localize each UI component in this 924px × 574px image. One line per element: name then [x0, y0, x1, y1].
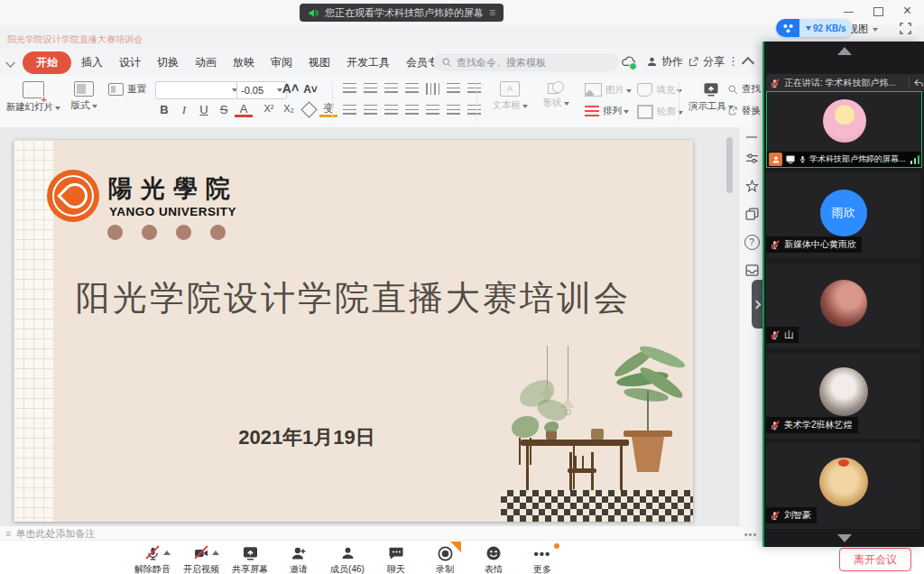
- bullet-list-icon[interactable]: [343, 83, 356, 95]
- find-button[interactable]: 查找: [727, 83, 761, 96]
- decrease-font-icon[interactable]: A˅: [301, 83, 319, 96]
- font-size-select[interactable]: -0.05: [236, 81, 287, 99]
- banner-menu-icon[interactable]: [489, 6, 495, 19]
- tab-transition[interactable]: 切换: [149, 51, 187, 74]
- invite-button[interactable]: 邀请: [274, 542, 323, 574]
- view-menu[interactable]: 视图: [848, 23, 878, 36]
- tab-devtools[interactable]: 开发工具: [338, 51, 398, 74]
- properties-sliders-icon[interactable]: [744, 151, 760, 166]
- cloud-sync-icon[interactable]: [621, 54, 636, 69]
- more-options-icon[interactable]: [727, 54, 739, 68]
- font-color-icon[interactable]: A: [235, 103, 253, 117]
- strikethrough-button[interactable]: S: [215, 103, 233, 116]
- resource-box-icon[interactable]: [744, 263, 760, 278]
- reset-button[interactable]: 重置: [108, 83, 146, 96]
- fullscreen-icon[interactable]: [899, 22, 912, 35]
- paragraph-settings-icon[interactable]: [447, 83, 460, 95]
- start-video-button[interactable]: 开启视频: [177, 542, 226, 574]
- chat-button[interactable]: 聊天: [372, 542, 420, 574]
- line-spacing-icon[interactable]: [426, 83, 439, 95]
- participant-tile[interactable]: 雨欣 新媒体中心黄雨欣: [766, 171, 920, 258]
- effects-star-icon[interactable]: [744, 179, 760, 194]
- textbox-button[interactable]: A 文本框: [487, 81, 532, 112]
- text-direction-icon[interactable]: [467, 83, 481, 95]
- font-size-value: -0.05: [241, 85, 263, 96]
- columns-icon[interactable]: [447, 105, 460, 116]
- participant-tile[interactable]: 学术科技部卢炜婷的屏幕...: [766, 91, 922, 168]
- viewing-banner[interactable]: 您正在观看学术科技部卢炜婷的屏幕: [300, 4, 504, 22]
- text-tool-icon[interactable]: 变: [319, 103, 337, 117]
- align-left-icon[interactable]: [343, 105, 356, 116]
- clear-format-icon[interactable]: [300, 101, 317, 117]
- tab-view[interactable]: 视图: [300, 51, 338, 74]
- close-icon[interactable]: [903, 5, 911, 18]
- align-right-icon[interactable]: [384, 105, 398, 116]
- arrange-button[interactable]: 排列: [585, 105, 629, 117]
- tab-design[interactable]: 设计: [111, 51, 149, 74]
- collaborate-button[interactable]: 协作: [646, 54, 683, 69]
- record-button[interactable]: 录制: [420, 542, 469, 574]
- decrease-indent-icon[interactable]: [384, 83, 398, 95]
- notes-placeholder: 单击此处添加备注: [15, 527, 95, 541]
- tab-animation[interactable]: 动画: [187, 51, 225, 74]
- chevron-down-icon[interactable]: [5, 58, 15, 68]
- align-center-icon[interactable]: [364, 105, 377, 116]
- side-more-icon[interactable]: [742, 529, 760, 540]
- notes-bar[interactable]: 单击此处添加备注: [0, 525, 744, 541]
- scrollbar-thumb[interactable]: [726, 137, 733, 193]
- tab-home[interactable]: 开始: [23, 51, 71, 74]
- participant-tile[interactable]: 美术学2班林艺煌: [766, 353, 920, 439]
- tab-slideshow[interactable]: 放映: [225, 51, 263, 74]
- increase-font-icon[interactable]: A˄: [282, 81, 300, 96]
- outline-button[interactable]: 轮廓: [637, 105, 683, 119]
- network-speed-badge[interactable]: 92 KB/s: [776, 19, 853, 37]
- collapse-pane-icon[interactable]: [746, 136, 757, 138]
- layout-button[interactable]: 版式: [65, 81, 103, 112]
- minimize-icon[interactable]: [844, 12, 854, 13]
- logo-chinese-text: 陽光學院: [108, 172, 238, 205]
- vertical-scrollbar[interactable]: [725, 132, 734, 520]
- participant-tile[interactable]: 山: [766, 264, 920, 348]
- video-options-arrow[interactable]: [212, 551, 219, 555]
- panel-collapse-icon[interactable]: [837, 47, 852, 55]
- slides-pane-icon[interactable]: [744, 207, 760, 222]
- font-name-select[interactable]: [155, 81, 242, 99]
- slide[interactable]: 陽光學院 YANGO UNIVERSITY 阳光学院设计学院直播大赛培训会 20…: [14, 140, 693, 522]
- slide-title[interactable]: 阳光学院设计学院直播大赛培训会: [14, 275, 693, 321]
- tab-insert[interactable]: 插入: [73, 51, 111, 74]
- collapse-ribbon-icon[interactable]: [742, 57, 754, 69]
- more-button[interactable]: ••• 更多: [518, 542, 567, 574]
- distribute-icon[interactable]: [426, 105, 439, 116]
- share-screen-button[interactable]: 共享屏幕: [226, 542, 274, 574]
- emoji-button[interactable]: 表情: [469, 542, 518, 574]
- subscript-button[interactable]: X₂: [280, 103, 298, 114]
- help-icon[interactable]: [744, 235, 760, 250]
- mic-icon: [799, 154, 807, 164]
- maximize-icon[interactable]: [873, 7, 883, 16]
- participant-tile[interactable]: 刘智豪: [766, 443, 920, 529]
- numbered-list-icon[interactable]: [364, 83, 377, 95]
- leave-meeting-button[interactable]: 离开会议: [839, 548, 911, 571]
- new-slide-button[interactable]: 新建幻灯片: [7, 81, 60, 114]
- members-button[interactable]: 成员(46): [323, 542, 372, 574]
- shapes-button[interactable]: 形状: [536, 81, 576, 109]
- bold-button[interactable]: B: [155, 103, 173, 116]
- unmute-button[interactable]: 解除静音: [128, 542, 177, 574]
- superscript-button[interactable]: X²: [260, 103, 278, 114]
- reply-arrow-icon[interactable]: [913, 78, 924, 88]
- picture-button[interactable]: 图片: [585, 83, 632, 97]
- replace-button[interactable]: 替换: [727, 105, 761, 117]
- tab-review[interactable]: 审阅: [263, 51, 300, 74]
- command-search-box[interactable]: 查找命令、搜索模板: [433, 53, 619, 71]
- increase-indent-icon[interactable]: [405, 83, 419, 95]
- fill-button[interactable]: 填充: [637, 83, 682, 97]
- justify-icon[interactable]: [405, 105, 419, 116]
- underline-button[interactable]: U: [195, 103, 213, 116]
- mic-options-arrow[interactable]: [163, 551, 171, 555]
- italic-button[interactable]: I: [175, 103, 193, 117]
- slide-canvas[interactable]: 陽光學院 YANGO UNIVERSITY 阳光学院设计学院直播大赛培训会 20…: [0, 127, 738, 525]
- document-tab[interactable]: 阳光学院设计学院直播大赛培训会: [7, 33, 143, 46]
- numbering-options-icon[interactable]: [467, 105, 481, 116]
- panel-scroll-down-icon[interactable]: [837, 534, 852, 542]
- share-button[interactable]: 分享: [688, 54, 725, 69]
